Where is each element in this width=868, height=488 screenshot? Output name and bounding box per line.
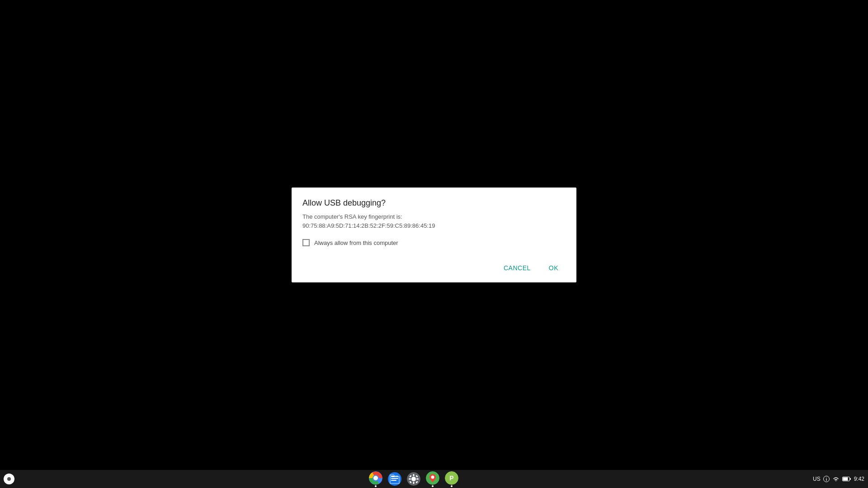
dialog-body-fingerprint: 90:75:88:A9:5D:71:14:2B:52:2F:59:C5:89:8… <box>302 222 435 229</box>
svg-rect-11 <box>409 479 411 480</box>
status-area[interactable]: US i 9:42 <box>813 476 864 482</box>
taskbar: P US i <box>0 470 868 488</box>
clock: 9:42 <box>854 476 864 482</box>
always-allow-row: Always allow from this computer <box>302 239 566 246</box>
always-allow-checkbox[interactable] <box>302 239 310 246</box>
svg-rect-25 <box>850 478 851 480</box>
dialog-body: The computer's RSA key fingerprint is: 9… <box>302 212 566 230</box>
svg-point-18 <box>431 475 434 479</box>
svg-text:P: P <box>449 474 453 482</box>
play-active-dot <box>451 485 453 487</box>
taskbar-app-maps[interactable] <box>424 470 441 488</box>
dialog-body-line1: The computer's RSA key fingerprint is: <box>302 213 402 220</box>
launcher-button[interactable] <box>4 474 14 484</box>
settings-icon <box>407 472 420 486</box>
battery-icon <box>842 476 851 482</box>
svg-rect-10 <box>413 482 414 484</box>
chrome-active-dot <box>375 485 377 487</box>
region-label: US <box>813 476 821 482</box>
svg-text:i: i <box>826 477 827 482</box>
cancel-button[interactable]: CANCEL <box>496 261 538 275</box>
svg-rect-6 <box>391 480 396 481</box>
dialog-actions: CANCEL OK <box>302 259 566 275</box>
usb-debug-dialog: Allow USB debugging? The computer's RSA … <box>292 188 576 282</box>
taskbar-center: P <box>14 470 813 488</box>
ok-button[interactable]: OK <box>542 261 566 275</box>
svg-point-2 <box>373 476 378 480</box>
launcher-icon <box>7 477 11 481</box>
taskbar-app-chrome[interactable] <box>367 470 384 488</box>
info-icon: i <box>823 476 830 482</box>
maps-active-dot <box>432 485 434 487</box>
taskbar-app-play[interactable]: P <box>443 470 460 488</box>
dialog-overlay: Allow USB debugging? The computer's RSA … <box>0 0 868 470</box>
chrome-icon <box>369 471 382 485</box>
always-allow-label: Always allow from this computer <box>314 239 398 246</box>
svg-rect-24 <box>843 478 848 481</box>
maps-icon <box>426 471 439 485</box>
svg-rect-12 <box>416 479 419 480</box>
play-icon: P <box>445 471 458 485</box>
svg-rect-9 <box>413 474 414 476</box>
taskbar-app-settings[interactable] <box>405 471 422 487</box>
svg-rect-5 <box>391 478 398 479</box>
files-icon <box>388 472 401 486</box>
taskbar-app-files[interactable] <box>386 471 403 487</box>
dialog-title: Allow USB debugging? <box>302 198 566 208</box>
wifi-icon <box>832 476 840 482</box>
svg-point-8 <box>411 477 416 481</box>
taskbar-right: US i 9:42 <box>813 476 864 482</box>
taskbar-left <box>4 474 14 484</box>
